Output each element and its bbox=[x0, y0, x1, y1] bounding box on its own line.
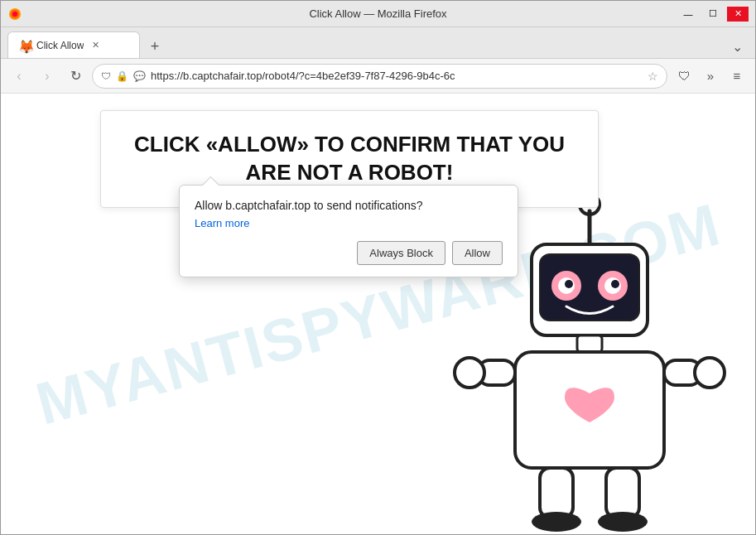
back-button[interactable]: ‹ bbox=[7, 65, 31, 88]
bookmark-star-icon[interactable]: ☆ bbox=[648, 70, 658, 83]
menu-button[interactable]: ≡ bbox=[725, 65, 749, 88]
url-bar[interactable]: 🛡 🔒 💬 https://b.captchafair.top/robot4/?… bbox=[92, 64, 667, 89]
tab-close-button[interactable]: ✕ bbox=[89, 39, 102, 52]
url-text: https://b.captchafair.top/robot4/?c=4be2… bbox=[151, 70, 643, 82]
tab-title: Click Allow bbox=[36, 40, 84, 51]
always-block-button[interactable]: Always Block bbox=[357, 241, 445, 265]
tab-expand-button[interactable]: ⌄ bbox=[725, 35, 749, 58]
tab-bar: 🦊 Click Allow ✕ + ⌄ bbox=[1, 27, 755, 59]
window-title: Click Allow — Mozilla Firefox bbox=[309, 7, 446, 20]
popup-buttons: Always Block Allow bbox=[195, 241, 503, 265]
allow-button[interactable]: Allow bbox=[452, 241, 503, 265]
browser-window: Click Allow — Mozilla Firefox — ☐ ✕ 🦊 Cl… bbox=[0, 0, 756, 535]
svg-point-11 bbox=[565, 280, 573, 288]
lock-icon: 🔒 bbox=[116, 70, 128, 82]
shield-toolbar-button[interactable]: 🛡 bbox=[672, 65, 696, 88]
refresh-button[interactable]: ↻ bbox=[64, 65, 87, 88]
svg-rect-19 bbox=[540, 468, 573, 518]
close-button[interactable]: ✕ bbox=[727, 7, 749, 22]
page-content: Allow b.captchafair.top to send notifica… bbox=[1, 94, 755, 534]
svg-point-21 bbox=[532, 512, 581, 532]
address-bar: ‹ › ↻ 🛡 🔒 💬 https://b.captchafair.top/ro… bbox=[1, 59, 755, 94]
popup-title: Allow b.captchafair.top to send notifica… bbox=[195, 199, 503, 212]
captcha-text-line1: CLICK «ALLOW» TO CONFIRM THAT YOU bbox=[134, 131, 565, 159]
learn-more-link[interactable]: Learn more bbox=[195, 217, 503, 229]
notification-permission-icon: 💬 bbox=[133, 70, 146, 82]
maximize-button[interactable]: ☐ bbox=[702, 7, 724, 22]
svg-point-18 bbox=[695, 358, 725, 388]
svg-point-12 bbox=[611, 280, 619, 288]
svg-rect-20 bbox=[606, 468, 639, 518]
active-tab[interactable]: 🦊 Click Allow ✕ bbox=[7, 31, 140, 58]
minimize-button[interactable]: — bbox=[677, 7, 699, 22]
forward-button[interactable]: › bbox=[36, 65, 59, 88]
captcha-text-line2: ARE NOT A ROBOT! bbox=[134, 159, 565, 187]
toolbar-icons: 🛡 » ≡ bbox=[672, 65, 749, 88]
new-tab-button[interactable]: + bbox=[143, 35, 166, 58]
shield-icon: 🛡 bbox=[101, 70, 111, 82]
svg-point-16 bbox=[455, 358, 484, 388]
svg-rect-13 bbox=[577, 335, 602, 352]
svg-point-22 bbox=[598, 512, 648, 532]
firefox-icon bbox=[7, 7, 22, 22]
title-bar: Click Allow — Mozilla Firefox — ☐ ✕ bbox=[1, 1, 755, 27]
window-controls: — ☐ ✕ bbox=[677, 7, 749, 22]
notification-popup: Allow b.captchafair.top to send notifica… bbox=[179, 185, 518, 277]
svg-point-2 bbox=[12, 12, 17, 17]
extensions-button[interactable]: » bbox=[699, 65, 722, 88]
tab-favicon: 🦊 bbox=[18, 39, 31, 52]
